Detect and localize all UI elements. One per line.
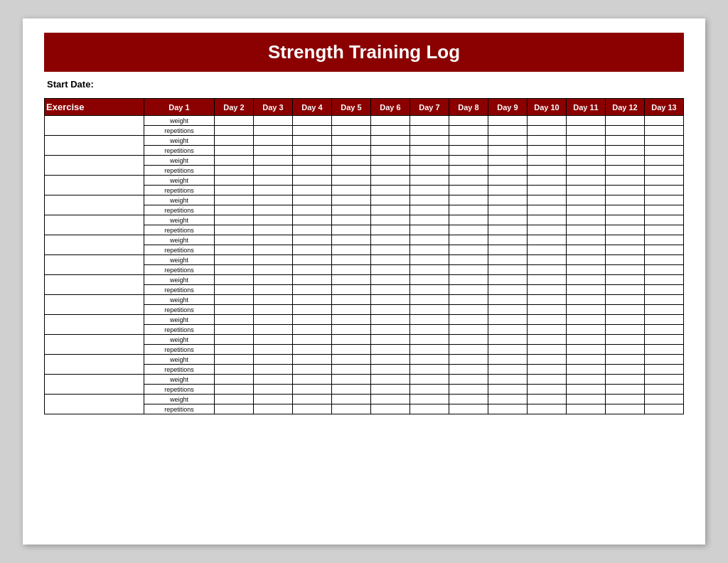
- weight-input-11-day5[interactable]: [371, 315, 410, 325]
- weight-input-9-day6[interactable]: [410, 275, 449, 285]
- weight-input-6-day5[interactable]: [371, 215, 410, 225]
- exercise-cell-5[interactable]: [45, 195, 144, 215]
- reps-input-7-day11[interactable]: [606, 245, 645, 255]
- reps-input-4-day4[interactable]: [332, 186, 371, 195]
- reps-input-15-day7[interactable]: [449, 404, 488, 414]
- reps-input-5-day6[interactable]: [410, 205, 449, 215]
- weight-input-8-day8[interactable]: [488, 255, 528, 265]
- reps-input-13-day11[interactable]: [606, 365, 645, 375]
- reps-input-1-day11[interactable]: [606, 126, 645, 136]
- reps-input-7-day4[interactable]: [332, 245, 371, 255]
- reps-input-8-day6[interactable]: [410, 265, 449, 275]
- weight-input-4-day7[interactable]: [449, 176, 488, 186]
- weight-input-11-day2[interactable]: [254, 315, 293, 325]
- reps-input-13-day10[interactable]: [567, 365, 606, 375]
- reps-input-1-day2[interactable]: [254, 126, 293, 136]
- weight-input-10-day12[interactable]: [645, 295, 684, 305]
- weight-input-8-day10[interactable]: [567, 255, 606, 265]
- weight-input-2-day8[interactable]: [488, 136, 528, 146]
- reps-input-6-day9[interactable]: [528, 225, 567, 235]
- weight-input-6-day3[interactable]: [293, 215, 332, 225]
- reps-input-8-day7[interactable]: [449, 265, 488, 275]
- reps-input-11-day7[interactable]: [449, 325, 488, 335]
- weight-input-4-day4[interactable]: [332, 176, 371, 186]
- weight-input-6-day10[interactable]: [567, 215, 606, 225]
- reps-input-1-day7[interactable]: [449, 126, 488, 136]
- reps-input-3-day11[interactable]: [606, 166, 645, 176]
- weight-input-4-day2[interactable]: [254, 176, 293, 186]
- weight-input-14-day3[interactable]: [293, 375, 332, 385]
- reps-input-10-day1[interactable]: [215, 305, 254, 315]
- weight-input-12-day8[interactable]: [488, 335, 528, 345]
- weight-input-5-day5[interactable]: [371, 195, 410, 205]
- exercise-cell-13[interactable]: [45, 355, 144, 375]
- weight-input-2-day12[interactable]: [645, 136, 684, 146]
- weight-input-7-day5[interactable]: [371, 235, 410, 245]
- weight-input-9-day3[interactable]: [293, 275, 332, 285]
- weight-input-11-day9[interactable]: [528, 315, 567, 325]
- weight-input-3-day10[interactable]: [567, 156, 606, 166]
- weight-input-10-day10[interactable]: [567, 295, 606, 305]
- weight-input-10-day8[interactable]: [488, 295, 528, 305]
- reps-input-14-day2[interactable]: [254, 385, 293, 395]
- reps-input-3-day2[interactable]: [254, 166, 293, 176]
- weight-input-1-day12[interactable]: [645, 116, 684, 126]
- weight-input-3-day8[interactable]: [488, 156, 528, 166]
- weight-input-15-day11[interactable]: [606, 395, 645, 404]
- weight-input-9-day9[interactable]: [528, 275, 567, 285]
- weight-input-11-day11[interactable]: [606, 315, 645, 325]
- reps-input-15-day9[interactable]: [528, 404, 567, 414]
- exercise-cell-1[interactable]: [45, 116, 144, 136]
- reps-input-5-day1[interactable]: [215, 205, 254, 215]
- reps-input-3-day10[interactable]: [567, 166, 606, 176]
- weight-input-10-day7[interactable]: [449, 295, 488, 305]
- weight-input-3-day2[interactable]: [254, 156, 293, 166]
- reps-input-2-day3[interactable]: [293, 146, 332, 156]
- weight-input-7-day4[interactable]: [332, 235, 371, 245]
- weight-input-7-day3[interactable]: [293, 235, 332, 245]
- reps-input-13-day9[interactable]: [528, 365, 567, 375]
- weight-input-13-day8[interactable]: [488, 355, 528, 365]
- reps-input-10-day12[interactable]: [645, 305, 684, 315]
- reps-input-15-day2[interactable]: [254, 404, 293, 414]
- reps-input-11-day1[interactable]: [215, 325, 254, 335]
- weight-input-4-day1[interactable]: [215, 176, 254, 186]
- reps-input-4-day10[interactable]: [567, 186, 606, 195]
- weight-input-11-day12[interactable]: [645, 315, 684, 325]
- weight-input-14-day10[interactable]: [567, 375, 606, 385]
- reps-input-2-day2[interactable]: [254, 146, 293, 156]
- reps-input-3-day9[interactable]: [528, 166, 567, 176]
- weight-input-14-day9[interactable]: [528, 375, 567, 385]
- weight-input-9-day2[interactable]: [254, 275, 293, 285]
- reps-input-12-day11[interactable]: [606, 345, 645, 355]
- reps-input-3-day4[interactable]: [332, 166, 371, 176]
- reps-input-12-day1[interactable]: [215, 345, 254, 355]
- reps-input-4-day7[interactable]: [449, 186, 488, 195]
- reps-input-14-day4[interactable]: [332, 385, 371, 395]
- reps-input-15-day3[interactable]: [293, 404, 332, 414]
- weight-input-13-day6[interactable]: [410, 355, 449, 365]
- exercise-cell-8[interactable]: [45, 255, 144, 275]
- weight-input-7-day7[interactable]: [449, 235, 488, 245]
- weight-input-15-day8[interactable]: [488, 395, 528, 404]
- reps-input-5-day10[interactable]: [567, 205, 606, 215]
- reps-input-7-day3[interactable]: [293, 245, 332, 255]
- weight-input-12-day9[interactable]: [528, 335, 567, 345]
- reps-input-3-day1[interactable]: [215, 166, 254, 176]
- weight-input-14-day4[interactable]: [332, 375, 371, 385]
- weight-input-5-day1[interactable]: [215, 195, 254, 205]
- weight-input-5-day10[interactable]: [567, 195, 606, 205]
- weight-input-15-day9[interactable]: [528, 395, 567, 404]
- reps-input-4-day8[interactable]: [488, 186, 528, 195]
- weight-input-4-day10[interactable]: [567, 176, 606, 186]
- weight-input-12-day10[interactable]: [567, 335, 606, 345]
- reps-input-13-day12[interactable]: [645, 365, 684, 375]
- weight-input-9-day10[interactable]: [567, 275, 606, 285]
- weight-input-10-day4[interactable]: [332, 295, 371, 305]
- weight-input-5-day2[interactable]: [254, 195, 293, 205]
- weight-input-14-day7[interactable]: [449, 375, 488, 385]
- reps-input-9-day12[interactable]: [645, 285, 684, 295]
- weight-input-10-day5[interactable]: [371, 295, 410, 305]
- reps-input-10-day5[interactable]: [371, 305, 410, 315]
- weight-input-6-day9[interactable]: [528, 215, 567, 225]
